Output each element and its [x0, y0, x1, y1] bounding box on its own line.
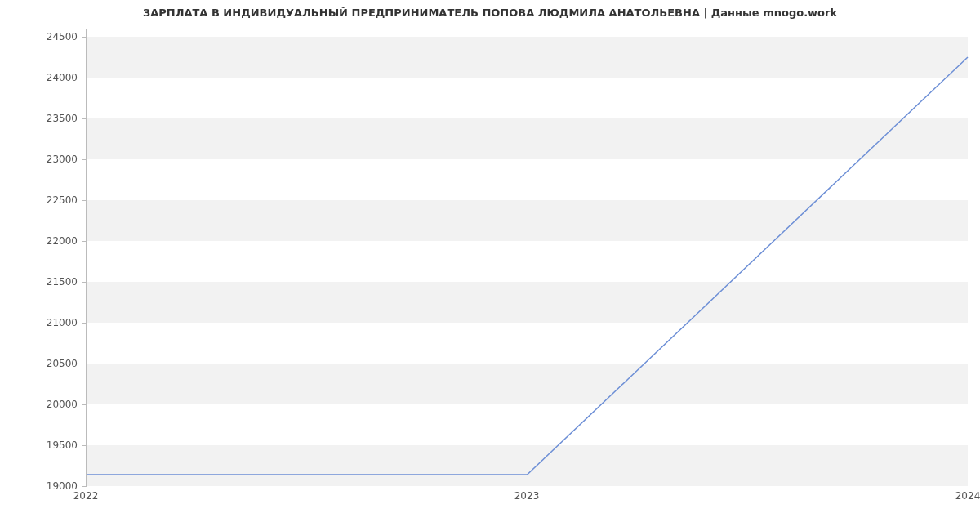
line-layer: [87, 29, 968, 485]
y-tick-label: 20000: [33, 399, 78, 410]
x-tick-label: 2023: [514, 490, 540, 502]
y-tick-label: 24500: [33, 31, 78, 42]
y-tick-label: 23500: [33, 113, 78, 124]
y-tick-label: 21000: [33, 317, 78, 328]
y-tick-label: 22500: [33, 194, 78, 206]
plot-area: [86, 29, 968, 486]
y-tick-label: 20500: [33, 358, 78, 369]
data-line: [87, 57, 968, 475]
chart-container: ЗАРПЛАТА В ИНДИВИДУАЛЬНЫЙ ПРЕДПРИНИМАТЕЛ…: [0, 0, 980, 531]
y-tick-label: 23000: [33, 154, 78, 165]
y-tick-label: 19500: [33, 440, 78, 451]
x-tick-label: 2022: [74, 490, 99, 502]
y-tick-label: 19000: [33, 480, 78, 492]
y-tick-label: 24000: [33, 72, 78, 83]
x-tick-label: 2024: [956, 490, 980, 502]
y-tick-label: 22000: [33, 235, 78, 247]
chart-title: ЗАРПЛАТА В ИНДИВИДУАЛЬНЫЙ ПРЕДПРИНИМАТЕЛ…: [0, 7, 980, 19]
y-tick-label: 21500: [33, 276, 78, 288]
